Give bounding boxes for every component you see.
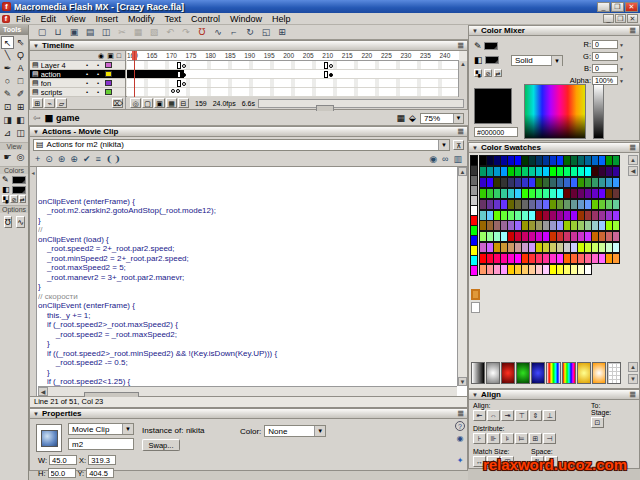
distribute-left-button[interactable]: ⊨	[515, 433, 528, 444]
onion-skin-button[interactable]: ▢	[142, 98, 153, 108]
code-line[interactable]: onClipEvent (enterFrame) {	[38, 197, 450, 207]
keyframe-marker[interactable]	[324, 62, 333, 69]
doc-close-button[interactable]: ✕	[627, 14, 638, 23]
expand-icon[interactable]: ◉	[457, 434, 464, 443]
layer-lock-dot[interactable]: •	[94, 62, 103, 68]
rotate-icon[interactable]: ↻	[243, 26, 257, 38]
scene-name[interactable]: game	[56, 113, 80, 123]
add-action-button[interactable]: +	[35, 154, 40, 164]
copy-icon[interactable]: ▦	[131, 26, 145, 38]
code-line[interactable]: }	[38, 368, 450, 378]
panel-options-icon[interactable]: ≣	[629, 143, 636, 152]
swatch[interactable]	[612, 242, 620, 253]
layer-outline-color[interactable]	[105, 89, 112, 95]
layer-visible-dot[interactable]: •	[83, 62, 92, 68]
oval-tool[interactable]: ○	[1, 75, 14, 88]
minimize-button[interactable]: _	[597, 2, 610, 12]
script-vscrollbar[interactable]: ▲▼	[457, 167, 467, 386]
color-swatches-header[interactable]: ▼ Color Swatches ≣	[468, 142, 640, 153]
panel-options-icon[interactable]: ≣	[629, 26, 636, 35]
menu-item[interactable]: Text	[159, 14, 186, 24]
save-icon[interactable]: ▣	[67, 26, 81, 38]
radial-blue-gradient[interactable]	[531, 362, 545, 384]
chevron-down-icon[interactable]: ▼	[551, 56, 562, 66]
code-line[interactable]: if (_root.speed2<1.25) {	[38, 377, 450, 386]
playhead[interactable]	[132, 51, 137, 97]
symbol-type-select[interactable]: Movie Clip ▼	[68, 423, 134, 435]
lock-layers-icon[interactable]: ▣	[107, 52, 114, 60]
smooth-button[interactable]: ∿	[16, 216, 25, 228]
layer-name[interactable]: Layer 4	[41, 61, 81, 70]
open-icon[interactable]: ⊔	[51, 26, 65, 38]
swap-button[interactable]: Swap...	[142, 439, 180, 451]
no-color-button[interactable]: ⊘	[10, 195, 17, 203]
chevron-down-icon[interactable]: ▼	[438, 140, 449, 150]
swatch[interactable]	[612, 210, 620, 221]
default-colors-button[interactable]: ▚	[2, 195, 9, 203]
show-code-hint-button[interactable]: ❨❩	[106, 154, 121, 164]
timeline-header[interactable]: ▼ Timeline ≣	[29, 40, 468, 51]
frame-row[interactable]	[127, 88, 459, 97]
new-document-icon[interactable]: ▢	[35, 26, 49, 38]
print-icon[interactable]: ▤	[83, 26, 97, 38]
script-target-select[interactable]: ▤ Actions for m2 (nikita) ▼	[33, 139, 450, 151]
keyframe-marker[interactable]	[177, 71, 186, 78]
radial-gray-gradient[interactable]	[486, 362, 500, 384]
cut-icon[interactable]: ✂	[115, 26, 129, 38]
scripts[interactable]: ▤ scripts • •	[30, 88, 125, 97]
menu-item[interactable]: Edit	[36, 14, 62, 24]
view-options-button[interactable]: ∞	[442, 154, 448, 164]
keyframe-marker[interactable]	[324, 71, 333, 78]
chevron-down-icon[interactable]: ▼	[453, 114, 463, 123]
ink-bottle-tool[interactable]: ◨	[1, 114, 14, 127]
actions-header[interactable]: ▼ Actions - Movie Clip ≣	[29, 126, 468, 137]
menu-item[interactable]: File	[11, 14, 36, 24]
delete-layer-button[interactable]: ⌦	[112, 98, 123, 108]
frame-ruler[interactable]: 1601651701751801851901952002052102152202…	[127, 51, 459, 61]
no-color-button[interactable]: ⊘	[484, 69, 492, 77]
code-line[interactable]: this._y += 1;	[38, 311, 450, 321]
align-bottom-button[interactable]: ⊥	[543, 410, 556, 421]
y-input[interactable]	[86, 468, 114, 478]
undo-icon[interactable]: ↶	[163, 26, 177, 38]
edit-scene-icon[interactable]: ▦	[397, 113, 406, 123]
paint-bucket-tool[interactable]: ◧	[14, 114, 27, 127]
check-syntax-button[interactable]: ✔	[83, 154, 91, 164]
reference-button[interactable]: ▥	[453, 154, 462, 164]
fill-transform-tool[interactable]: ⊞	[14, 101, 27, 114]
panel-options-icon[interactable]: ≣	[629, 390, 636, 399]
lasso-tool[interactable]: Ϙ	[14, 49, 27, 62]
modify-onion-markers-button[interactable]: ⊟	[178, 98, 189, 108]
distribute-hcenter-button[interactable]: ⊞	[529, 433, 542, 444]
code-line[interactable]: _root.minSpeed2 = 2+_root.par2.speed;	[38, 254, 450, 264]
instance-name-input[interactable]	[68, 438, 134, 450]
add-motion-guide-button[interactable]: ⌁	[44, 98, 55, 108]
menu-item[interactable]: Modify	[123, 14, 160, 24]
menu-item[interactable]: Insert	[90, 14, 123, 24]
script-pane[interactable]: ◂ onClipEvent (enterFrame) { _root.m2.ca…	[29, 166, 468, 397]
swatch[interactable]	[612, 199, 620, 210]
layer-lock-dot[interactable]: •	[94, 80, 103, 86]
align-icon[interactable]: ⊞	[275, 26, 289, 38]
swatches-scrollbar[interactable]: ▲◀	[628, 155, 638, 195]
frame-row[interactable]	[127, 70, 459, 79]
code-line[interactable]: _root.speed2 = 2+_root.par2.speed;	[38, 244, 450, 254]
timeline-vscrollbar[interactable]: ▲	[458, 61, 467, 97]
insert-target-path-button[interactable]: ⊕	[70, 154, 78, 164]
color-style-select[interactable]: None ▼	[264, 425, 326, 437]
code-line[interactable]: if (_root.speed2>_root.maxSpeed2) {	[38, 320, 450, 330]
layer-name[interactable]: scripts	[41, 88, 81, 97]
panel-options-icon[interactable]: ≣	[457, 41, 464, 50]
layer-visible-dot[interactable]: •	[83, 71, 92, 77]
show-hide-layers-icon[interactable]: ◉	[98, 52, 104, 60]
code-line[interactable]: _root.manevr2 = 3+_root.par2.manevr;	[38, 273, 450, 283]
doc-minimize-button[interactable]: _	[603, 14, 614, 23]
find-replace-button[interactable]: ⊛	[58, 154, 66, 164]
panel-options-icon[interactable]: ≣	[457, 409, 464, 418]
auto-format-button[interactable]: ≡	[95, 154, 100, 164]
scale-icon[interactable]: ◱	[259, 26, 273, 38]
brush-tool[interactable]: ✐	[14, 88, 27, 101]
pin-script-button[interactable]: ⊼	[453, 140, 464, 150]
swatch[interactable]	[471, 302, 480, 313]
code-line[interactable]: }	[38, 282, 450, 292]
